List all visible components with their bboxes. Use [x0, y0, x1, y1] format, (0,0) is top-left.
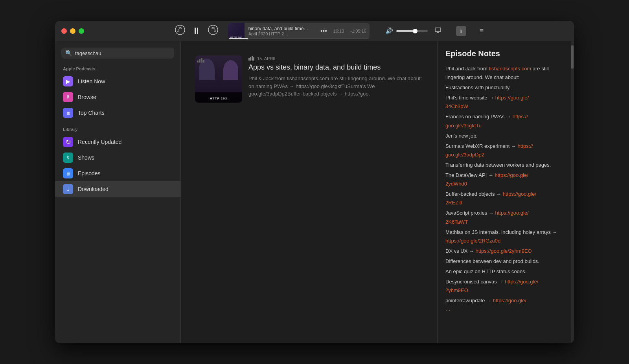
- link-goo-10[interactable]: https://goo.gle/…: [445, 298, 526, 312]
- sidebar-item-browse[interactable]: 🎙 Browse: [55, 89, 180, 105]
- sidebar-item-top-charts[interactable]: ▦ Top Charts: [55, 105, 180, 121]
- svg-rect-6: [252, 56, 253, 61]
- search-bar[interactable]: 🔍: [61, 48, 174, 59]
- skip-forward-button[interactable]: 30: [208, 24, 219, 38]
- link-goo-3[interactable]: https://goo.gle/3adpDp2: [445, 143, 533, 158]
- main-content: 🔍 Apple Podcasts ▶ Listen Now 🎙 Browse ▦…: [55, 41, 574, 343]
- scrollbar-track[interactable]: [571, 41, 574, 343]
- episode-description: Phil & Jack from fishandscripts.com are …: [248, 75, 423, 98]
- episode-info: 15. APRIL Apps vs sites, binary data, an…: [248, 55, 423, 103]
- bars-icon: [248, 55, 255, 62]
- episode-thumb-label: HTTP 203: [210, 97, 227, 100]
- link-goo-1[interactable]: https://goo.gle/34Cb3pW: [445, 95, 529, 109]
- playback-controls: 15 ⏸ 30: [175, 24, 219, 38]
- link-goo-9[interactable]: https://goo.gle/2yhm9EO: [445, 279, 538, 293]
- link-goo-7[interactable]: https://goo.gle/2RGzu0d: [445, 238, 500, 244]
- info-button[interactable]: i: [456, 26, 466, 36]
- now-playing-block[interactable]: HTTP 203 binary data, and build time… Ap…: [228, 23, 370, 39]
- now-playing-thumbnail: HTTP 203: [228, 23, 245, 39]
- listen-now-icon: ▶: [63, 76, 73, 86]
- now-playing-more[interactable]: •••: [320, 28, 330, 35]
- close-button[interactable]: [61, 28, 67, 34]
- volume-control[interactable]: 🔊: [385, 26, 442, 36]
- notes-panel: Episode Notes Phil and Jack from fishand…: [437, 41, 571, 343]
- sidebar-item-label: Browse: [78, 94, 96, 100]
- volume-icon: 🔊: [385, 27, 393, 35]
- sidebar-item-label: Shows: [78, 154, 94, 161]
- maximize-button[interactable]: [79, 28, 84, 34]
- svg-rect-5: [250, 57, 251, 61]
- sidebar-item-label: Listen Now: [78, 78, 105, 85]
- now-playing-title: binary data, and build time…: [248, 26, 316, 31]
- now-playing-elapsed: 10:13: [330, 29, 348, 33]
- app-window: 15 ⏸ 30: [55, 21, 574, 343]
- sidebar-item-episodes[interactable]: ▤ Episodes: [55, 165, 180, 181]
- sidebar-item-label: Episodes: [78, 170, 101, 176]
- episode-thumbnail: HTTP 203: [195, 55, 242, 103]
- search-icon: 🔍: [65, 50, 72, 56]
- sidebar-item-recently-updated[interactable]: ↻ Recently Updated: [55, 134, 180, 150]
- link-goo-5[interactable]: https://goo.gle/2REZitl: [445, 191, 536, 206]
- skip-back-button[interactable]: 15: [175, 24, 186, 38]
- downloaded-icon: ↓: [63, 184, 73, 194]
- now-playing-subtitle: April 2020 HTTP 2…: [248, 31, 316, 36]
- episodes-icon: ▤: [63, 168, 73, 178]
- sidebar-section-apple: Apple Podcasts: [55, 65, 180, 74]
- recently-updated-icon: ↻: [63, 137, 73, 147]
- link-goo-6[interactable]: https://goo.gle/2K6TaWT: [445, 210, 529, 224]
- episode-title: Apps vs sites, binary data, and build ti…: [248, 63, 423, 72]
- scrollbar-thumb[interactable]: [571, 45, 574, 69]
- shows-icon: 🎙: [63, 153, 73, 163]
- notes-title: Episode Notes: [445, 49, 563, 58]
- link-goo-2[interactable]: https://goo.gle/3cgkfTu: [445, 114, 528, 128]
- airplay-icon[interactable]: [434, 26, 442, 36]
- top-charts-icon: ▦: [63, 108, 73, 118]
- titlebar-center: 15 ⏸ 30: [90, 23, 568, 39]
- traffic-lights: [61, 28, 84, 34]
- fishandscripts-link[interactable]: fishandscripts.com: [489, 66, 532, 72]
- search-input[interactable]: [75, 50, 170, 56]
- sidebar: 🔍 Apple Podcasts ▶ Listen Now 🎙 Browse ▦…: [55, 41, 181, 343]
- sidebar-item-listen-now[interactable]: ▶ Listen Now: [55, 74, 180, 89]
- sidebar-item-label: Downloaded: [78, 186, 109, 192]
- svg-rect-7: [253, 57, 254, 61]
- menu-button[interactable]: ≡: [480, 27, 484, 35]
- now-playing-info: binary data, and build time… April 2020 …: [245, 26, 320, 36]
- volume-slider[interactable]: [396, 30, 428, 32]
- notes-panel-wrapper: Episode Notes Phil and Jack from fishand…: [437, 41, 574, 343]
- svg-text:30: 30: [212, 27, 215, 29]
- sidebar-item-downloaded[interactable]: ↓ Downloaded: [55, 181, 180, 197]
- episode-card[interactable]: HTTP 203 15: [189, 49, 429, 109]
- sidebar-item-shows[interactable]: 🎙 Shows: [55, 150, 180, 165]
- link-goo-8[interactable]: https://goo.gle/2yhm9EO: [476, 248, 532, 254]
- sidebar-item-label: Top Charts: [78, 110, 105, 116]
- content-area: HTTP 203 15: [181, 41, 437, 343]
- notes-text: Phil and Jack from fishandscripts.com ar…: [445, 64, 563, 314]
- sidebar-item-label: Recently Updated: [78, 139, 121, 145]
- titlebar: 15 ⏸ 30: [55, 21, 574, 41]
- episode-date: 15. APRIL: [248, 55, 423, 62]
- svg-text:15: 15: [178, 27, 182, 29]
- minimize-button[interactable]: [70, 28, 75, 34]
- link-goo-4[interactable]: https://goo.gle/2ydWhd0: [445, 172, 528, 187]
- svg-rect-4: [248, 58, 250, 61]
- browse-icon: 🎙: [63, 92, 73, 102]
- now-playing-remaining: -1:05:16: [347, 29, 369, 33]
- sidebar-section-library: Library: [55, 125, 180, 134]
- pause-button[interactable]: ⏸: [192, 26, 201, 37]
